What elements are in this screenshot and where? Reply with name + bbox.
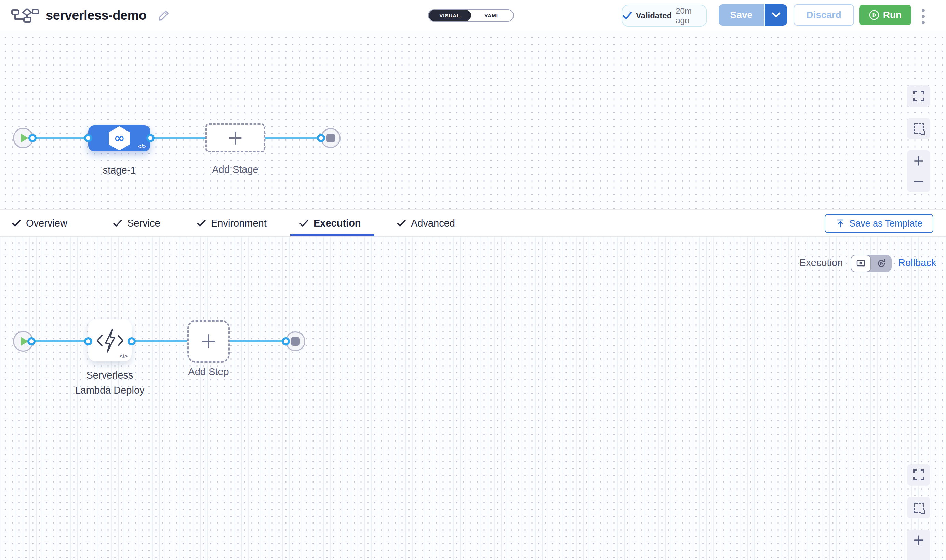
stage-name-label: stage-1 (85, 165, 154, 176)
selection-icon (914, 503, 924, 513)
save-button[interactable]: Save (719, 5, 764, 26)
tab-environment[interactable]: Environment (197, 210, 267, 237)
execution-canvas[interactable]: Execution Rollback (0, 237, 946, 560)
check-icon (12, 219, 21, 227)
canvas-zoom-control (907, 150, 930, 192)
svg-text:∞: ∞ (114, 131, 125, 146)
connector-port (27, 337, 35, 345)
stop-square-icon (326, 134, 335, 143)
validated-time: 20m ago (676, 6, 706, 25)
save-dropdown-button[interactable] (765, 5, 787, 26)
add-step-button[interactable] (187, 320, 230, 363)
canvas-fullscreen-button[interactable] (907, 85, 930, 106)
plus-icon (201, 334, 216, 349)
pipeline-tabbar: Overview Service Environment Execution A… (0, 209, 946, 237)
execution-view-icon (856, 259, 866, 268)
add-stage-label: Add Stage (201, 164, 270, 175)
connector-line (20, 137, 327, 139)
add-stage-button[interactable] (205, 123, 265, 152)
discard-button[interactable]: Discard (793, 5, 854, 26)
visual-yaml-toggle: VISUAL YAML (428, 9, 514, 22)
stop-square-icon (291, 337, 300, 346)
tab-advanced[interactable]: Advanced (397, 210, 455, 237)
serverless-lambda-deploy-step[interactable]: </> (88, 320, 132, 362)
check-icon (622, 11, 632, 20)
toggle-visual[interactable]: VISUAL (429, 10, 471, 21)
rollback-view-button[interactable] (871, 255, 892, 272)
upload-icon (835, 218, 845, 228)
start-play-icon (21, 134, 28, 143)
run-button[interactable]: Run (859, 5, 911, 25)
tab-overview[interactable]: Overview (12, 210, 67, 237)
rollback-link[interactable]: Rollback (898, 257, 936, 269)
minus-icon (914, 177, 924, 187)
add-step-label: Add Step (174, 366, 243, 378)
connector-line (20, 340, 291, 342)
zoom-in-button[interactable] (907, 150, 930, 171)
zoom-out-button[interactable] (907, 551, 930, 560)
execution-rollback-toggle (850, 255, 892, 272)
zoom-out-button[interactable] (907, 171, 930, 192)
execution-view-button[interactable] (850, 255, 871, 272)
connector-port (146, 134, 154, 142)
pipeline-icon (11, 8, 39, 23)
selection-icon (914, 123, 924, 134)
page-title: serverless-demo (46, 8, 147, 23)
fullscreen-icon (913, 90, 924, 102)
connector-port (317, 134, 325, 142)
canvas-fullscreen-button[interactable] (907, 464, 930, 486)
zoom-in-button[interactable] (907, 529, 930, 551)
chevron-down-icon (772, 12, 781, 18)
plus-icon (228, 131, 242, 145)
rollback-icon (877, 258, 886, 268)
serverless-lambda-icon (96, 328, 125, 353)
validated-badge[interactable]: Validated 20m ago (622, 5, 707, 27)
step-code-badge: </> (120, 353, 128, 360)
fullscreen-icon (913, 469, 924, 481)
step-name-label: Serverless Lambda Deploy (50, 368, 169, 398)
header: serverless-demo VISUAL YAML Validated 20… (0, 0, 946, 31)
check-icon (113, 219, 122, 227)
validated-label: Validated (636, 11, 672, 20)
execution-mode-label: Execution (799, 257, 843, 269)
check-icon (197, 219, 206, 227)
connector-port (282, 337, 290, 345)
plus-icon (914, 156, 924, 166)
stage-code-badge: </> (138, 143, 146, 150)
canvas-zoom-control (907, 529, 930, 560)
run-label: Run (883, 9, 901, 20)
stage-node[interactable]: ∞ </> (88, 125, 150, 151)
tab-service[interactable]: Service (113, 210, 160, 237)
save-as-template-button[interactable]: Save as Template (824, 214, 933, 233)
check-icon (299, 219, 309, 227)
plus-icon (914, 535, 924, 545)
active-tab-underline (290, 234, 374, 237)
connector-port (128, 337, 136, 345)
check-icon (397, 219, 406, 227)
tab-execution[interactable]: Execution (299, 210, 361, 237)
connector-port (28, 134, 37, 142)
toggle-yaml[interactable]: YAML (471, 10, 513, 21)
stage-canvas[interactable]: ∞ </> stage-1 Add Stage (0, 31, 946, 209)
connector-port (84, 337, 92, 345)
run-play-icon (869, 9, 880, 20)
minus-icon (914, 556, 924, 560)
canvas-select-button[interactable] (907, 497, 930, 518)
connector-port (84, 134, 92, 142)
more-options-kebab[interactable] (920, 9, 926, 24)
canvas-select-button[interactable] (907, 118, 930, 139)
serverless-stage-icon: ∞ (108, 126, 130, 150)
edit-pencil-icon[interactable] (157, 9, 171, 22)
